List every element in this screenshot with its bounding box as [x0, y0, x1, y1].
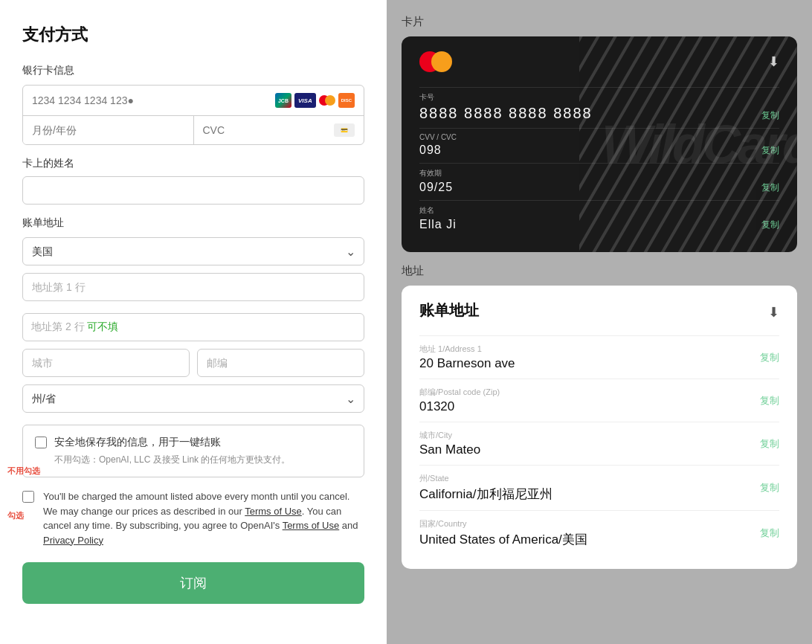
addr-divider-2 [419, 379, 779, 379]
save-info-section: 安全地保存我的信息，用于一键结账 不用勾选：OpenAI, LLC 及接受 Li… [22, 425, 364, 477]
card-display: WildCard ⬇ [402, 36, 797, 252]
addr-divider-3 [419, 422, 779, 422]
city-field-row: 城市/City San Mateo 复制 [419, 430, 779, 457]
addr-display-title: 账单地址 [419, 300, 479, 321]
card-section: 卡片 WildCard ⬇ [402, 15, 797, 252]
addr1-sublabel: 地址 1/Address 1 [419, 344, 515, 355]
card-logos: JCB VISA DISC [275, 93, 355, 108]
subscribe-button[interactable]: 订阅 [22, 562, 364, 604]
terms-link-1[interactable]: Terms of Use [245, 506, 302, 517]
expiry-input[interactable] [23, 116, 194, 144]
cardholder-name-input[interactable] [22, 176, 364, 205]
mastercard-display-logo [419, 51, 452, 72]
state-field-row: 州/State California/加利福尼亚州 复制 [419, 473, 779, 503]
cvc-wrapper: 💳 [194, 116, 364, 144]
cvc-input[interactable] [203, 124, 335, 136]
zip-input[interactable] [197, 349, 364, 377]
addr-label: 账单地址 [22, 216, 364, 230]
card-section-title: 卡片 [402, 15, 797, 29]
country-group: 国家/Country United States of America/美国 [419, 518, 587, 548]
address-section: 地址 账单地址 ⬇ 地址 1/Address 1 20 Barneson ave… [402, 264, 797, 569]
save-label: 安全地保存我的信息，用于一键结账 [54, 436, 221, 449]
country-select[interactable]: 美国 [22, 237, 364, 265]
city-zip-row [22, 349, 364, 377]
card-section-label: 银行卡信息 [22, 64, 364, 77]
addr-divider-4 [419, 465, 779, 466]
addr1-copy[interactable]: 复制 [760, 351, 779, 364]
state-copy[interactable]: 复制 [760, 481, 779, 495]
zip-copy[interactable]: 复制 [760, 394, 779, 408]
cvc-icon: 💳 [334, 123, 355, 137]
addr-title-row: 账单地址 ⬇ [419, 300, 779, 323]
country-sublabel: 国家/Country [419, 518, 587, 529]
mc-circle-orange [431, 51, 452, 72]
card-watermark: WildCard [602, 36, 797, 252]
city-value: San Mateo [419, 442, 480, 457]
addr-divider-5 [419, 510, 779, 511]
visa-logo: VISA [294, 93, 316, 108]
zip-group: 邮编/Postal code (Zip) 01320 [419, 387, 500, 414]
city-copy[interactable]: 复制 [760, 437, 779, 451]
state-group: 州/State California/加利福尼亚州 [419, 473, 552, 503]
addr-section-title: 地址 [402, 264, 797, 278]
card-bottom-row: 💳 [23, 116, 364, 144]
name-label: 卡上的姓名 [22, 157, 364, 170]
card-number-row: JCB VISA DISC [23, 86, 364, 116]
terms-section: You'll be charged the amount listed abov… [22, 489, 364, 547]
card-input-wrapper: JCB VISA DISC 💳 [22, 85, 364, 145]
save-row: 安全地保存我的信息，用于一键结账 [35, 436, 352, 449]
zip-sublabel: 邮编/Postal code (Zip) [419, 387, 500, 398]
city-sublabel: 城市/City [419, 430, 480, 441]
left-panel: 支付方式 银行卡信息 JCB VISA DISC 💳 [0, 0, 387, 644]
state-select[interactable]: 州/省 [22, 384, 364, 413]
save-desc: 不用勾选：OpenAI, LLC 及接受 Link 的任何地方更快支付。 [35, 454, 352, 466]
state-value: California/加利福尼亚州 [419, 486, 552, 503]
zip-value: 01320 [419, 399, 500, 414]
addr1-group: 地址 1/Address 1 20 Barneson ave [419, 344, 515, 371]
addr2-input[interactable] [22, 313, 364, 341]
terms-link-2[interactable]: Terms of Use [283, 520, 340, 531]
addr-download-icon[interactable]: ⬇ [768, 304, 779, 321]
discover-logo: DISC [338, 93, 355, 108]
country-copy[interactable]: 复制 [760, 527, 779, 540]
save-checkbox[interactable] [35, 437, 47, 448]
terms-checkbox[interactable] [22, 491, 34, 503]
country-value: United States of America/美国 [419, 531, 587, 548]
check-annotation: 勾选 [7, 510, 24, 521]
right-panel: 卡片 WildCard ⬇ [387, 0, 812, 644]
addr-divider-1 [419, 335, 779, 336]
city-input[interactable] [22, 349, 190, 377]
jcb-logo: JCB [275, 93, 291, 108]
card-number-input[interactable] [32, 94, 275, 106]
state-sublabel: 州/State [419, 473, 552, 484]
state-select-wrapper: 州/省 ⌄ [22, 384, 364, 413]
city-group: 城市/City San Mateo [419, 430, 480, 457]
country-field-row: 国家/Country United States of America/美国 复… [419, 518, 779, 548]
address-display: 账单地址 ⬇ 地址 1/Address 1 20 Barneson ave 复制… [402, 286, 797, 569]
mastercard-logo [319, 93, 335, 108]
zip-field-row: 邮编/Postal code (Zip) 01320 复制 [419, 387, 779, 414]
addr1-value: 20 Barneson ave [419, 356, 515, 371]
addr1-input[interactable] [22, 273, 364, 301]
country-select-wrapper: 美国 ⌄ [22, 237, 364, 265]
addr1-field-row: 地址 1/Address 1 20 Barneson ave 复制 [419, 344, 779, 371]
privacy-link[interactable]: Privacy Policy [43, 535, 103, 546]
no-check-annotation: 不用勾选 [7, 466, 40, 477]
terms-text: You'll be charged the amount listed abov… [43, 489, 364, 547]
page-title: 支付方式 [22, 24, 364, 46]
